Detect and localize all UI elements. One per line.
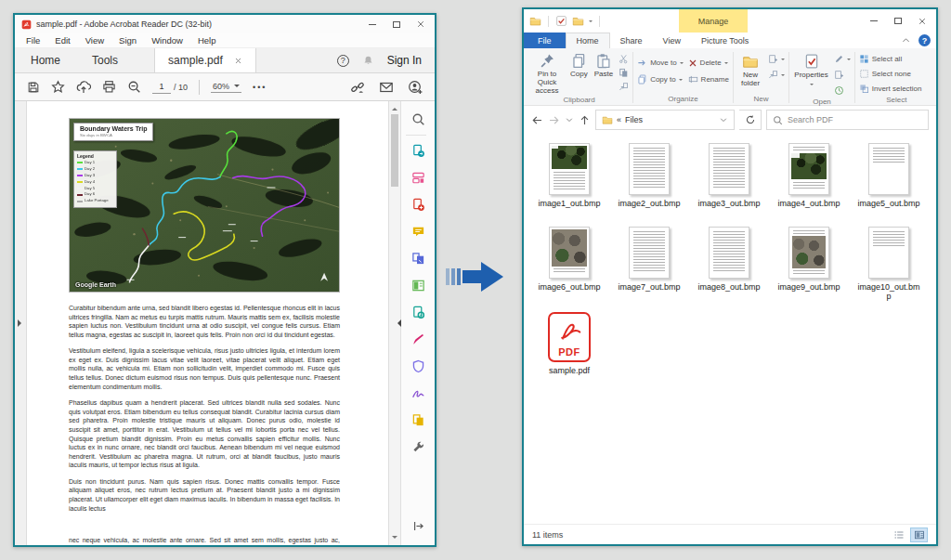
combine-files-icon[interactable]: [406, 245, 431, 272]
new-item-button[interactable]: [766, 52, 787, 66]
stamp-icon[interactable]: [406, 407, 431, 434]
notifications-icon[interactable]: [362, 55, 374, 67]
scrollbar-thumb[interactable]: [391, 114, 398, 187]
fill-sign-icon[interactable]: [406, 326, 431, 353]
delete-button[interactable]: Delete: [686, 56, 731, 70]
search-field[interactable]: [766, 110, 929, 130]
favorites-star-icon[interactable]: [51, 80, 65, 94]
tab-file[interactable]: File: [524, 33, 566, 48]
rename-button[interactable]: Rename: [686, 72, 731, 86]
more-tools-button[interactable]: •••: [253, 83, 267, 92]
invert-selection-button[interactable]: Invert selection: [857, 82, 924, 96]
zoom-level-select[interactable]: 60%: [211, 82, 241, 93]
sign-in-button[interactable]: Sign In: [387, 54, 422, 67]
select-none-button[interactable]: Select none: [857, 67, 913, 81]
new-folder-button[interactable]: New folder: [736, 50, 766, 88]
file-item-image1_out.bmp[interactable]: image1_out.bmp: [529, 141, 609, 223]
thumbnail-view-button[interactable]: [910, 527, 928, 542]
help-icon[interactable]: ?: [337, 55, 349, 67]
file-item-image8_out.bmp[interactable]: image8_out.bmp: [689, 225, 769, 306]
nav-pane-toggle[interactable]: [15, 101, 27, 545]
share-link-icon[interactable]: [350, 80, 365, 95]
edit-pdf-icon[interactable]: [406, 164, 431, 191]
scan-ocr-icon[interactable]: [406, 299, 431, 326]
file-item-image2_out.bmp[interactable]: image2_out.bmp: [609, 141, 689, 223]
forward-icon[interactable]: [548, 114, 560, 126]
address-dropdown-icon[interactable]: [719, 115, 728, 124]
select-all-button[interactable]: Select all: [857, 52, 904, 66]
back-icon[interactable]: [531, 114, 543, 126]
menu-item-sign[interactable]: Sign: [111, 35, 144, 46]
easy-access-button[interactable]: [766, 68, 787, 82]
tab-home[interactable]: Home: [566, 33, 610, 48]
search-input[interactable]: [788, 115, 922, 124]
sign-icon[interactable]: [406, 380, 431, 407]
tab-tools[interactable]: Tools: [76, 48, 134, 72]
more-tools-icon[interactable]: [406, 434, 431, 461]
menu-item-file[interactable]: File: [19, 35, 47, 46]
scroll-up-icon[interactable]: [392, 105, 397, 111]
up-icon[interactable]: [579, 114, 591, 126]
tab-picture-tools[interactable]: Picture Tools: [691, 33, 759, 48]
close-button[interactable]: [409, 15, 433, 33]
file-item-image6_out.bmp[interactable]: image6_out.bmp: [529, 225, 609, 306]
folder-icon[interactable]: [572, 15, 584, 27]
tab-share[interactable]: Share: [610, 33, 653, 48]
details-view-button[interactable]: [890, 527, 907, 542]
export-pdf-icon[interactable]: [406, 137, 431, 164]
history-button[interactable]: [832, 84, 853, 98]
copy-path-button[interactable]: [617, 66, 631, 80]
upload-cloud-icon[interactable]: [76, 80, 91, 95]
close-tab-icon[interactable]: [234, 57, 242, 65]
copy-to-button[interactable]: Copy to: [635, 72, 684, 86]
menu-item-window[interactable]: Window: [144, 35, 190, 46]
create-pdf-icon[interactable]: [406, 191, 431, 218]
protect-icon[interactable]: [406, 353, 431, 380]
collapse-ribbon-icon[interactable]: [901, 35, 911, 46]
file-item-image10_out.bmp[interactable]: image10_out.bmp: [849, 225, 929, 306]
file-item-image3_out.bmp[interactable]: image3_out.bmp: [689, 141, 769, 223]
tab-document[interactable]: sample.pdf: [154, 48, 256, 72]
expand-tools-pane-button[interactable]: [412, 519, 424, 536]
breadcrumb[interactable]: « Files: [595, 110, 735, 130]
edit-button[interactable]: [832, 68, 853, 82]
menu-item-view[interactable]: View: [78, 35, 111, 46]
menu-item-edit[interactable]: Edit: [47, 35, 77, 46]
page-number-input[interactable]: [152, 81, 171, 94]
paste-button[interactable]: Paste: [592, 50, 616, 79]
minimize-button[interactable]: [862, 9, 886, 33]
zoom-out-icon[interactable]: [127, 80, 141, 94]
menu-item-help[interactable]: Help: [190, 35, 224, 46]
cut-button[interactable]: [617, 52, 631, 66]
search-tool-icon[interactable]: [406, 106, 431, 133]
maximize-button[interactable]: [384, 15, 409, 33]
copy-button[interactable]: Copy: [567, 50, 591, 79]
open-button[interactable]: [832, 52, 853, 66]
properties-button[interactable]: Properties: [791, 50, 830, 87]
properties-check-icon[interactable]: [555, 15, 567, 27]
account-icon[interactable]: [408, 80, 423, 95]
paste-shortcut-button[interactable]: [617, 80, 631, 94]
customize-toolbar-icon[interactable]: [589, 20, 593, 24]
organize-pages-icon[interactable]: [406, 272, 431, 299]
file-item-image5_out.bmp[interactable]: image5_out.bmp: [849, 141, 929, 223]
recent-locations-icon[interactable]: [565, 115, 574, 124]
scroll-down-icon[interactable]: [392, 536, 397, 541]
file-item-sample.pdf[interactable]: PDFsample.pdf: [529, 308, 609, 390]
tab-manage[interactable]: Manage: [679, 9, 748, 33]
tab-view[interactable]: View: [653, 33, 691, 48]
save-icon[interactable]: [27, 81, 40, 94]
refresh-button[interactable]: [739, 110, 762, 130]
file-item-image9_out.bmp[interactable]: image9_out.bmp: [769, 225, 849, 306]
close-button[interactable]: [910, 9, 934, 33]
print-icon[interactable]: [102, 80, 116, 94]
help-icon[interactable]: ?: [918, 34, 931, 46]
pin-to-quick-access-button[interactable]: Pin to Quick access: [528, 50, 567, 96]
comment-icon[interactable]: [406, 218, 431, 245]
tab-home[interactable]: Home: [15, 48, 76, 72]
file-item-image7_out.bmp[interactable]: image7_out.bmp: [609, 225, 689, 306]
email-icon[interactable]: [379, 80, 394, 95]
file-item-image4_out.bmp[interactable]: image4_out.bmp: [769, 141, 849, 223]
maximize-button[interactable]: [886, 9, 910, 33]
collapse-tools-icon[interactable]: [394, 319, 401, 327]
